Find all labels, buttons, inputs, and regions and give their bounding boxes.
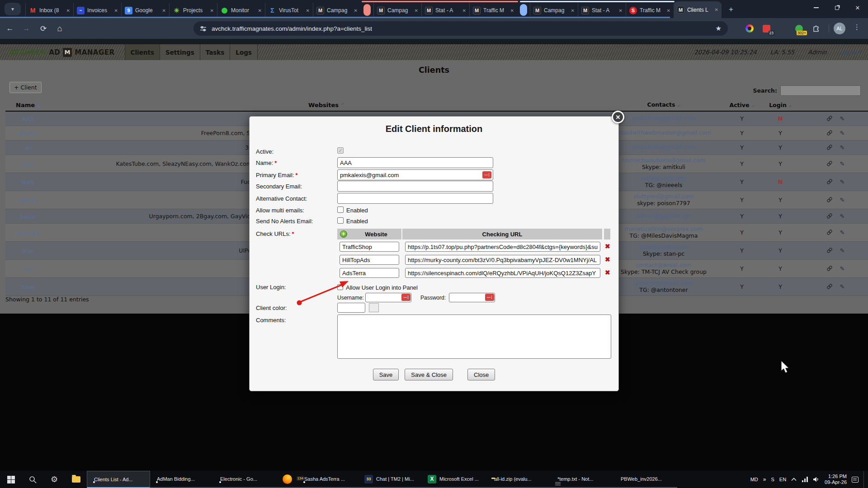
extensions-puzzle-icon[interactable]: [810, 23, 822, 34]
col-header-name[interactable]: Name: [5, 102, 51, 108]
tab-close-icon[interactable]: [66, 8, 70, 13]
tab-group-chip-blue[interactable]: [520, 4, 527, 16]
link-icon[interactable]: [826, 213, 833, 219]
edit-icon[interactable]: [840, 197, 845, 203]
tab-close-icon[interactable]: [510, 8, 514, 13]
adblock-extension-icon[interactable]: 23: [760, 23, 772, 34]
client-email-link[interactable]: niels@adult.dev: [601, 175, 726, 182]
nav-logs[interactable]: Logs: [230, 44, 258, 60]
client-email-link[interactable]: admin@gayads.xyz: [636, 212, 691, 219]
browser-tab[interactable]: MCampag: [373, 3, 421, 18]
taskbar-item[interactable]: 33Chat | TM2 | Mi...: [361, 471, 424, 488]
checking-url-field[interactable]: [405, 242, 600, 252]
address-bar[interactable]: avchck.trafficmagnates.com/admin/index.p…: [193, 21, 728, 36]
tab-close-icon[interactable]: [667, 8, 670, 13]
client-name-link[interactable]: Sahar: [20, 213, 36, 220]
edit-icon[interactable]: [840, 283, 845, 290]
tab-close-icon[interactable]: [619, 8, 623, 13]
logout-link[interactable]: log out: [840, 49, 861, 56]
client-color-field[interactable]: [337, 303, 365, 313]
settings-icon[interactable]: [43, 471, 65, 488]
back-icon[interactable]: ←: [4, 22, 16, 35]
volume-icon[interactable]: [813, 477, 820, 482]
primary-email-field[interactable]: [337, 169, 493, 180]
user-login-checkbox[interactable]: [337, 284, 343, 290]
taskbar-item[interactable]: Microsoft Excel ...: [424, 471, 487, 488]
tab-close-icon[interactable]: [415, 8, 418, 13]
nav-clients[interactable]: Clients: [125, 44, 160, 60]
edit-icon[interactable]: [840, 213, 845, 220]
client-name-link[interactable]: Amit: [21, 161, 34, 168]
client-email-link[interactable]: hhotechsolutions@gmail.com: [601, 157, 726, 164]
nav-tasks[interactable]: Tasks: [200, 44, 230, 60]
client-name-link[interactable]: Adrien: [19, 130, 38, 137]
tray-chevron-icon[interactable]: [763, 476, 766, 483]
tab-close-icon[interactable]: [162, 8, 166, 13]
edit-icon[interactable]: [840, 247, 845, 254]
checking-url-field[interactable]: [405, 255, 600, 265]
close-button[interactable]: Close: [467, 369, 495, 380]
tab-close-icon[interactable]: [715, 7, 718, 12]
save-and-close-button[interactable]: Save & Close: [405, 369, 453, 380]
no-alerts-checkbox[interactable]: [337, 217, 344, 224]
edit-icon[interactable]: [840, 130, 845, 136]
col-header-active[interactable]: Active: [726, 102, 758, 108]
link-icon[interactable]: [826, 247, 833, 253]
new-tab-button[interactable]: [724, 3, 738, 16]
bookmark-star-icon[interactable]: [716, 24, 722, 33]
browser-tab[interactable]: MInbox (8: [25, 3, 73, 18]
client-email-link[interactable]: stan@prodiz.com: [601, 244, 726, 251]
start-button[interactable]: [0, 471, 22, 488]
edit-icon[interactable]: [840, 115, 845, 122]
clock[interactable]: 1:26 PM 09-Apr-26: [825, 474, 847, 486]
link-icon[interactable]: [826, 265, 833, 272]
language-indicator[interactable]: EN: [779, 477, 786, 482]
tab-search-icon[interactable]: [5, 3, 21, 15]
edit-icon[interactable]: [840, 160, 845, 167]
autofill-icon[interactable]: [485, 294, 494, 301]
comments-field[interactable]: [337, 314, 611, 359]
browser-tab[interactable]: ΣVirusTot: [265, 3, 313, 18]
link-icon[interactable]: [826, 178, 833, 185]
tab-close-icon[interactable]: [258, 8, 262, 13]
autofill-icon[interactable]: [482, 171, 491, 178]
tab-close-icon[interactable]: [571, 8, 575, 13]
client-email-link[interactable]: pmkalexis@gmail.com: [632, 144, 695, 150]
client-email-link[interactable]: inbedwithwebmaster@gmail.com: [616, 129, 711, 136]
client-name-link[interactable]: Nikola: [19, 197, 37, 204]
link-icon[interactable]: [826, 229, 833, 235]
save-button[interactable]: Save: [373, 369, 399, 380]
taskbar-search-icon[interactable]: [22, 471, 43, 488]
allow-multi-checkbox[interactable]: [337, 206, 344, 213]
action-center-icon[interactable]: [852, 477, 859, 483]
secondary-email-field[interactable]: [337, 181, 493, 192]
client-email-link[interactable]: pmkalexis@gmail.com: [632, 115, 695, 122]
tab-close-icon[interactable]: [210, 8, 214, 13]
home-icon[interactable]: ⌂: [53, 22, 66, 35]
website-name-field[interactable]: [340, 255, 399, 265]
rainbow-extension-icon[interactable]: [744, 23, 755, 34]
minimize-button[interactable]: [806, 0, 826, 15]
forward-icon[interactable]: →: [20, 22, 33, 35]
taskbar-item[interactable]: PBWeb_inv2026...: [614, 471, 677, 488]
proxy-extension-icon[interactable]: 302+: [793, 23, 805, 34]
hidden-icons-chevron[interactable]: [791, 478, 797, 481]
taskbar-item[interactable]: Clients List - Ad...: [87, 471, 150, 488]
color-swatch[interactable]: [369, 303, 379, 312]
reload-icon[interactable]: ⟳: [37, 22, 50, 35]
taskbar-item[interactable]: *temp.txt - Not...: [551, 471, 614, 488]
tab-close-icon[interactable]: [354, 8, 358, 13]
tab-group-chip-red[interactable]: [363, 4, 371, 16]
alternative-contact-field[interactable]: [337, 193, 493, 204]
modal-close-icon[interactable]: [612, 111, 624, 123]
browser-tab[interactable]: MStat - A: [421, 3, 469, 18]
client-email-link[interactable]: sluttyred@gmail.com: [601, 193, 726, 200]
delete-url-icon[interactable]: [605, 256, 613, 263]
add-url-icon[interactable]: [340, 230, 347, 238]
edit-icon[interactable]: [840, 178, 845, 185]
restore-button[interactable]: [826, 0, 847, 15]
tab-close-icon[interactable]: [462, 8, 466, 13]
client-email-link[interactable]: contact@wnial.com: [601, 262, 726, 269]
edit-icon[interactable]: [840, 144, 845, 151]
taskbar-item[interactable]: AdMan Bidding...: [150, 471, 213, 488]
